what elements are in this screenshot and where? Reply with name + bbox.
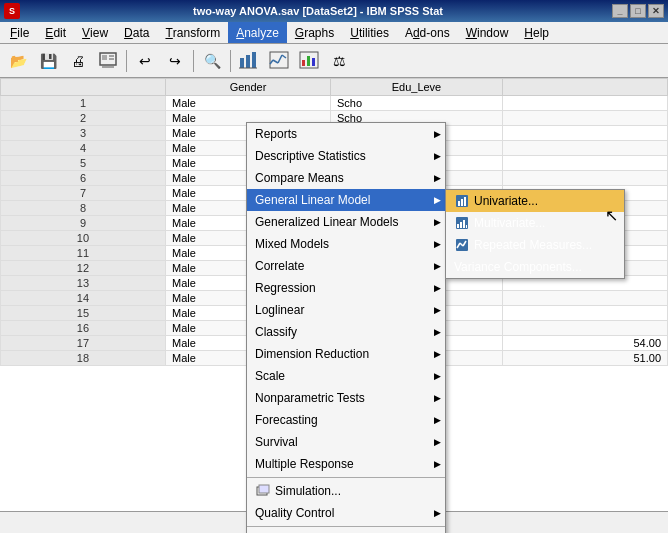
menu-analyze[interactable]: Analyze: [228, 22, 287, 43]
menu-survival[interactable]: Survival: [247, 431, 445, 453]
toolbar-separator-1: [126, 50, 127, 72]
cell-value[interactable]: [502, 111, 667, 126]
print-button[interactable]: 🖨: [64, 47, 92, 75]
quality-control-label: Quality Control: [255, 506, 334, 520]
menu-data[interactable]: Data: [116, 22, 157, 43]
menu-addons[interactable]: Add-ons: [397, 22, 458, 43]
save-button[interactable]: 💾: [34, 47, 62, 75]
toolbar: 📂 💾 🖨 ↩ ↪ 🔍: [0, 44, 668, 78]
menu-view[interactable]: View: [74, 22, 116, 43]
menu-utilities[interactable]: Utilities: [342, 22, 397, 43]
undo-button[interactable]: ↩: [131, 47, 159, 75]
cell-edu[interactable]: Scho: [330, 96, 502, 111]
menu-edit[interactable]: Edit: [37, 22, 74, 43]
cell-value[interactable]: [502, 141, 667, 156]
menu-simulation[interactable]: Simulation...: [247, 480, 445, 502]
row-number: 10: [1, 231, 166, 246]
row-number: 4: [1, 141, 166, 156]
reports-label: Reports: [255, 127, 297, 141]
chart3-button[interactable]: [295, 47, 323, 75]
svg-line-13: [282, 55, 286, 58]
nonparametric-label: Nonparametric Tests: [255, 391, 365, 405]
menu-correlate[interactable]: Correlate: [247, 255, 445, 277]
col-header-extra[interactable]: [502, 79, 667, 96]
cell-value[interactable]: [502, 126, 667, 141]
menu-help[interactable]: Help: [516, 22, 557, 43]
menu-univariate[interactable]: Univariate...: [446, 190, 624, 212]
cell-value[interactable]: [502, 156, 667, 171]
menu-window[interactable]: Window: [458, 22, 517, 43]
menu-descriptive-statistics[interactable]: Descriptive Statistics: [247, 145, 445, 167]
dialog-button[interactable]: [94, 47, 122, 75]
close-button[interactable]: ✕: [648, 4, 664, 18]
window-controls[interactable]: _ □ ✕: [612, 4, 664, 18]
svg-rect-24: [460, 222, 462, 228]
multiple-response-label: Multiple Response: [255, 457, 354, 471]
svg-rect-16: [307, 56, 310, 66]
row-number: 12: [1, 261, 166, 276]
redo-button[interactable]: ↪: [161, 47, 189, 75]
menu-file[interactable]: File: [2, 22, 37, 43]
svg-rect-32: [259, 485, 269, 493]
row-number: 1: [1, 96, 166, 111]
svg-rect-6: [246, 55, 250, 68]
toolbar-separator-2: [193, 50, 194, 72]
cell-value[interactable]: [502, 96, 667, 111]
col-header-gender[interactable]: Gender: [165, 79, 330, 96]
menu-forecasting[interactable]: Forecasting: [247, 409, 445, 431]
cell-value[interactable]: [502, 171, 667, 186]
menu-multiple-response[interactable]: Multiple Response: [247, 453, 445, 475]
svg-line-11: [273, 60, 278, 63]
menu-transform[interactable]: Transform: [157, 22, 228, 43]
regression-label: Regression: [255, 281, 316, 295]
main-area: Gender Edu_Leve 1MaleScho2MaleScho3MaleS…: [0, 78, 668, 511]
menu-graphs[interactable]: Graphs: [287, 22, 342, 43]
cell-value[interactable]: 51.00: [502, 351, 667, 366]
table-row[interactable]: 1MaleScho: [1, 96, 668, 111]
menu-roc-curve[interactable]: ROC Curve...: [247, 529, 445, 533]
menu-compare-means[interactable]: Compare Means: [247, 167, 445, 189]
minimize-button[interactable]: _: [612, 4, 628, 18]
menu-general-linear-model[interactable]: General Linear Model Univariate...: [247, 189, 445, 211]
menu-mixed-models[interactable]: Mixed Models: [247, 233, 445, 255]
row-number: 17: [1, 336, 166, 351]
chart2-button[interactable]: [265, 47, 293, 75]
menu-loglinear[interactable]: Loglinear: [247, 299, 445, 321]
maximize-button[interactable]: □: [630, 4, 646, 18]
svg-rect-17: [312, 58, 315, 66]
menu-nonparametric[interactable]: Nonparametric Tests: [247, 387, 445, 409]
row-number: 18: [1, 351, 166, 366]
repeated-measures-icon: [454, 237, 470, 253]
app-icon: S: [4, 3, 20, 19]
open-button[interactable]: 📂: [4, 47, 32, 75]
menu-generalized-linear[interactable]: Generalized Linear Models: [247, 211, 445, 233]
loglinear-label: Loglinear: [255, 303, 304, 317]
menu-reports[interactable]: Reports: [247, 123, 445, 145]
scale-button[interactable]: ⚖: [325, 47, 353, 75]
cell-value[interactable]: [502, 321, 667, 336]
col-header-edu[interactable]: Edu_Leve: [330, 79, 502, 96]
cell-value[interactable]: [502, 306, 667, 321]
svg-rect-21: [464, 197, 466, 206]
cell-value[interactable]: [502, 291, 667, 306]
find-button[interactable]: 🔍: [198, 47, 226, 75]
chart1-button[interactable]: [235, 47, 263, 75]
cell-gender[interactable]: Male: [165, 96, 330, 111]
row-number: 5: [1, 156, 166, 171]
menu-regression[interactable]: Regression: [247, 277, 445, 299]
glm-label: General Linear Model: [255, 193, 370, 207]
row-number: 6: [1, 171, 166, 186]
menu-variance-components[interactable]: Variance Components...: [446, 256, 624, 278]
menu-multivariate[interactable]: Multivariate...: [446, 212, 624, 234]
row-number: 14: [1, 291, 166, 306]
row-number: 8: [1, 201, 166, 216]
menu-classify[interactable]: Classify: [247, 321, 445, 343]
cell-value[interactable]: 54.00: [502, 336, 667, 351]
menu-repeated-measures[interactable]: Repeated Measures...: [446, 234, 624, 256]
svg-rect-25: [463, 220, 465, 228]
menu-quality-control[interactable]: Quality Control: [247, 502, 445, 524]
menu-scale[interactable]: Scale: [247, 365, 445, 387]
menu-dimension-reduction[interactable]: Dimension Reduction: [247, 343, 445, 365]
toolbar-separator-3: [230, 50, 231, 72]
correlate-label: Correlate: [255, 259, 304, 273]
